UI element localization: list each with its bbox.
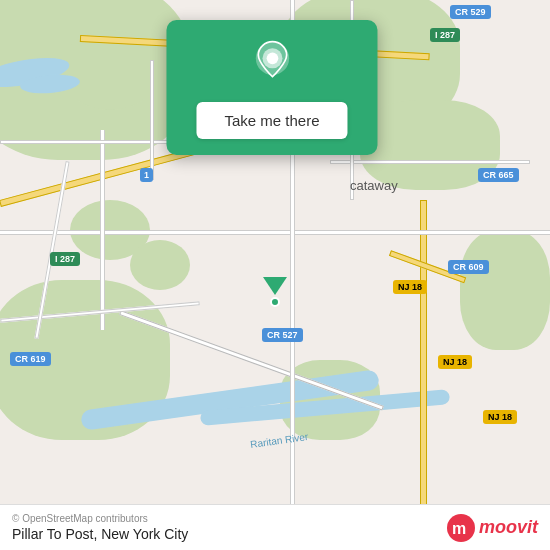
shield-nj18-1: NJ 18	[393, 280, 427, 294]
popup-pointer	[263, 277, 287, 295]
map-pin-dot	[270, 297, 280, 307]
location-title: Pillar To Post, New York City	[12, 526, 188, 542]
shield-nj18-3: NJ 18	[483, 410, 517, 424]
green-area-7	[130, 240, 190, 290]
moovit-text: moovit	[479, 517, 538, 538]
shield-cr665: CR 665	[478, 168, 519, 182]
shield-i287-3: I 287	[50, 252, 80, 266]
take-me-there-button[interactable]: Take me there	[196, 102, 347, 139]
road-h-2	[330, 160, 530, 164]
moovit-logo: m moovit	[447, 514, 538, 542]
bottom-left-info: © OpenStreetMap contributors Pillar To P…	[12, 513, 188, 542]
road-h-mid	[0, 230, 550, 235]
green-area-8	[460, 230, 550, 350]
road-v-2	[150, 60, 154, 180]
moovit-icon: m	[447, 514, 475, 542]
shield-cr609: CR 609	[448, 260, 489, 274]
shield-cr527: CR 527	[262, 328, 303, 342]
shield-i287-2: I 287	[430, 28, 460, 42]
svg-point-2	[266, 53, 278, 65]
attribution-text: © OpenStreetMap contributors	[12, 513, 188, 524]
shield-nj18-2: NJ 18	[438, 355, 472, 369]
svg-text:m: m	[452, 520, 466, 537]
popup-card: Take me there	[166, 20, 377, 155]
city-label: cataway	[350, 178, 398, 193]
map-container: I 287 I 287 I 287 NJ 18 NJ 18 NJ 18 CR 5…	[0, 0, 550, 550]
shield-cr529: CR 529	[450, 5, 491, 19]
location-pin-icon	[247, 40, 297, 90]
bottom-bar: © OpenStreetMap contributors Pillar To P…	[0, 504, 550, 550]
road-v-1	[100, 130, 105, 330]
shield-1a: 1	[140, 168, 153, 182]
nj18-road	[420, 200, 427, 550]
shield-cr619: CR 619	[10, 352, 51, 366]
